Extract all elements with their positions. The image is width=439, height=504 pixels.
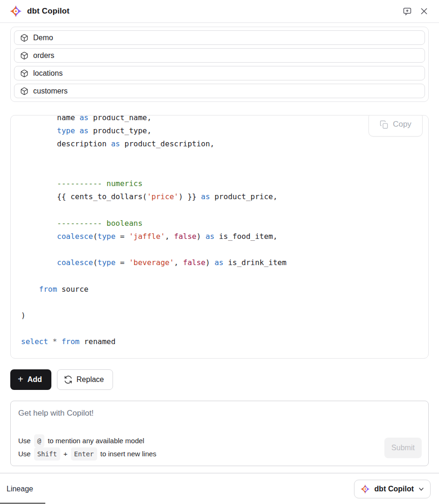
model-chip-label: Demo (33, 34, 53, 42)
model-chip-label: orders (33, 51, 54, 60)
model-chip-label: locations (33, 69, 63, 78)
code-line (21, 203, 418, 216)
dbt-copilot-logo-icon (360, 484, 370, 494)
panel-selector-dropdown[interactable]: dbt Copilot (354, 480, 431, 498)
code-lines: name as product_name, type as product_ty… (11, 115, 428, 358)
prompt-input[interactable]: Get help with Copilot! (11, 401, 428, 425)
at-key: @ (34, 434, 44, 447)
enter-key: Enter (71, 447, 97, 461)
code-line: {{ cents_to_dollars('price') }} as produ… (21, 190, 418, 203)
add-button-label: Add (28, 375, 42, 384)
model-cube-icon (20, 69, 28, 78)
hint-newline: Use Shift + Enter to insert new lines (18, 447, 156, 461)
close-button[interactable] (418, 5, 431, 18)
code-line (21, 322, 418, 335)
code-line (21, 296, 418, 309)
hint-mention: Use @ to mention any available model (18, 434, 156, 447)
code-line: description as product_description, (21, 137, 418, 151)
prompt-hints: Use @ to mention any available model Use… (18, 434, 156, 461)
code-line: type as product_type, (21, 124, 418, 137)
tab-lineage[interactable]: Lineage (7, 485, 33, 493)
panel-title: dbt Copilot (27, 7, 70, 16)
copilot-prompt-box: Get help with Copilot! Use @ to mention … (10, 401, 429, 466)
add-to-editor-button[interactable] (401, 5, 414, 18)
model-chip-label: customers (33, 87, 68, 95)
plus-icon: + (18, 374, 23, 384)
code-line (21, 243, 418, 256)
model-cube-icon (20, 51, 28, 60)
dbt-copilot-logo-icon (9, 5, 22, 18)
panel-header: dbt Copilot (0, 0, 439, 23)
code-line (21, 269, 418, 282)
model-cube-icon (20, 87, 28, 95)
code-preview: name as product_name, type as product_ty… (10, 115, 429, 359)
replace-button-label: Replace (77, 375, 104, 384)
copy-icon (380, 120, 389, 129)
replace-button[interactable]: Replace (57, 369, 113, 390)
code-line: ) (21, 309, 418, 322)
code-line: coalesce(type = 'beverage', false) as is… (21, 256, 418, 269)
dbt-copilot-panel: dbt Copilot Demo orders loca (0, 0, 439, 504)
copy-button-label: Copy (393, 120, 411, 129)
close-icon (419, 7, 429, 16)
selector-label: dbt Copilot (375, 485, 414, 493)
model-chip-locations[interactable]: locations (14, 66, 425, 80)
code-line: from source (21, 283, 418, 296)
code-line: ---------- booleans (21, 217, 418, 230)
model-chip-orders[interactable]: orders (14, 48, 425, 63)
code-line: select * from renamed (21, 335, 418, 348)
model-chip-customers[interactable]: customers (14, 84, 425, 98)
copy-button[interactable]: Copy (368, 115, 423, 137)
model-list: Demo orders locations customers (10, 27, 429, 102)
add-button[interactable]: + Add (10, 369, 51, 390)
footer-bar: Lineage dbt Copilot (0, 474, 439, 504)
code-action-row: + Add Replace (10, 369, 429, 390)
submit-button[interactable]: Submit (384, 438, 422, 458)
chevron-down-icon (418, 486, 425, 492)
refresh-icon (64, 375, 72, 384)
code-line: ---------- numerics (21, 177, 418, 190)
model-chip-demo[interactable]: Demo (14, 30, 425, 45)
code-line: name as product_name, (21, 115, 418, 124)
code-line (21, 164, 418, 177)
code-line (21, 151, 418, 164)
shift-key: Shift (34, 447, 60, 461)
model-cube-icon (20, 34, 28, 42)
code-line: coalesce(type = 'jaffle', false) as is_f… (21, 230, 418, 243)
add-to-editor-icon (402, 6, 412, 16)
